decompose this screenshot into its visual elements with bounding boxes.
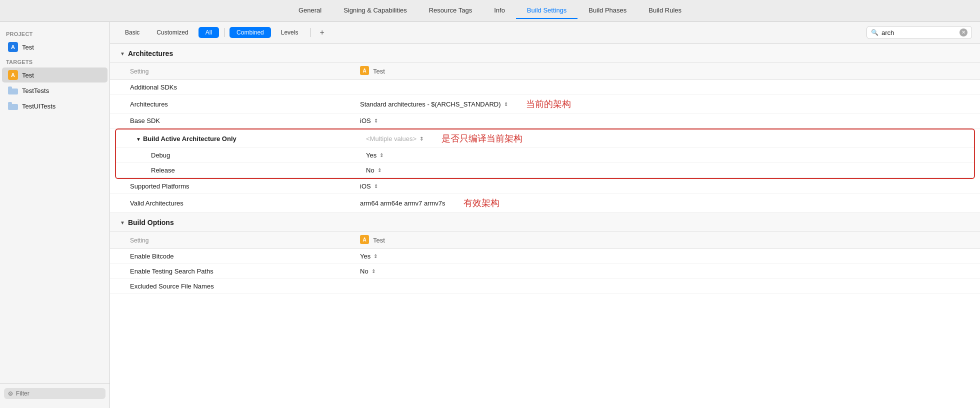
top-nav: GeneralSigning & CapabilitiesResource Ta… (0, 0, 980, 22)
col-target-label: A Test (360, 66, 970, 76)
setting-value-build-active-arch: <Multiple values>⇕ 是否只编译当前架构 (366, 132, 964, 144)
sidebar-item-target-1[interactable]: TestTests (2, 83, 108, 98)
top-nav-item-build-rules[interactable]: Build Rules (638, 2, 692, 19)
setting-name-additional-sdks: Additional SDKs (120, 84, 360, 91)
target-label-2: TestUITests (22, 102, 56, 110)
annotation-architectures: 当前的架构 (526, 98, 571, 110)
svg-text:A: A (11, 72, 15, 78)
setting-row-excluded-source[interactable]: Excluded Source File Names (110, 279, 980, 294)
sidebar-bottom: ⊜ Filter (0, 384, 110, 403)
filter-bar[interactable]: ⊜ Filter (4, 388, 106, 399)
setting-name-excluded-source: Excluded Source File Names (120, 282, 360, 290)
search-input[interactable] (882, 29, 956, 36)
col-target-label: A Test (360, 235, 970, 246)
setting-row-supported-platforms[interactable]: Supported Platforms iOS⇕ (110, 179, 980, 194)
folder-target-icon (8, 86, 18, 96)
setting-row-enable-testing-search[interactable]: Enable Testing Search Paths No⇕ (110, 264, 980, 279)
svg-text:A: A (362, 237, 366, 242)
sidebar: PROJECT A Test TARGETS A Test TestTests … (0, 22, 110, 408)
xcode-target-icon: A (8, 70, 18, 80)
parent-triangle[interactable]: ▼ (136, 136, 141, 142)
customized-button[interactable]: Customized (150, 27, 195, 38)
section-title: Build Options (128, 218, 174, 226)
combined-button[interactable]: Combined (230, 27, 271, 38)
targets-container: A Test TestTests TestUITests (0, 67, 110, 114)
setting-row-release[interactable]: Release No⇕ (116, 163, 974, 178)
setting-value-text: arm64 arm64e armv7 armv7s (360, 200, 446, 207)
clear-search-button[interactable]: ✕ (960, 28, 968, 36)
section-triangle[interactable]: ▼ (120, 51, 125, 56)
target-name-header: Test (373, 68, 385, 75)
setting-row-build-active-arch[interactable]: ▼Build Active Architecture Only <Multipl… (116, 130, 974, 148)
setting-value-debug: Yes⇕ (366, 152, 964, 159)
sidebar-item-target-2[interactable]: TestUITests (2, 98, 108, 114)
setting-value-enable-bitcode: Yes⇕ (360, 252, 970, 260)
setting-value-text: iOS (360, 182, 371, 190)
setting-name-enable-bitcode: Enable Bitcode (120, 252, 360, 260)
setting-name-base-sdk: Base SDK (120, 117, 360, 124)
top-nav-item-info[interactable]: Info (483, 2, 516, 19)
top-nav-item-build-phases[interactable]: Build Phases (578, 2, 638, 19)
stepper-icon[interactable]: ⇕ (504, 102, 508, 107)
stepper-icon[interactable]: ⇕ (374, 254, 378, 259)
setting-value-enable-testing-search: No⇕ (360, 268, 970, 275)
setting-value-text: iOS (360, 117, 371, 124)
top-nav-item-resource-tags[interactable]: Resource Tags (418, 2, 483, 19)
stepper-icon[interactable]: ⇕ (420, 136, 424, 142)
stepper-icon[interactable]: ⇕ (374, 184, 378, 189)
search-box[interactable]: 🔍 ✕ (866, 26, 972, 39)
setting-name-debug: Debug (126, 152, 366, 159)
setting-value-text: Standard architectures - $(ARCHS_STANDAR… (360, 100, 501, 108)
setting-value-valid-architectures: arm64 arm64e armv7 armv7s 有效架构 (360, 197, 970, 209)
setting-row-valid-architectures[interactable]: Valid Architectures arm64 arm64e armv7 a… (110, 194, 980, 212)
stepper-icon[interactable]: ⇕ (380, 152, 384, 158)
stepper-icon[interactable]: ⇕ (372, 268, 376, 274)
setting-name-supported-platforms: Supported Platforms (120, 182, 360, 190)
setting-row-debug[interactable]: Debug Yes⇕ (116, 148, 974, 163)
setting-name-enable-testing-search: Enable Testing Search Paths (120, 268, 360, 275)
setting-row-enable-bitcode[interactable]: Enable Bitcode Yes⇕ (110, 249, 980, 264)
all-button[interactable]: All (198, 27, 219, 38)
setting-name-architectures: Architectures (120, 100, 360, 108)
setting-row-additional-sdks[interactable]: Additional SDKs (110, 80, 980, 95)
target-icon-header: A (360, 66, 369, 76)
toolbar-separator-1 (224, 28, 224, 37)
annotation-valid-architectures: 有效架构 (464, 197, 500, 209)
stepper-icon[interactable]: ⇕ (374, 118, 378, 124)
setting-name-release: Release (126, 166, 366, 174)
multiple-values: <Multiple values> (366, 135, 416, 142)
levels-button[interactable]: Levels (274, 27, 306, 38)
section-title: Architectures (128, 50, 173, 58)
filter-label: Filter (16, 390, 30, 397)
setting-value-text: Yes (366, 152, 376, 159)
setting-row-architectures[interactable]: Architectures Standard architectures - $… (110, 95, 980, 114)
target-header-row-architectures: Setting A Test (110, 63, 980, 80)
setting-value-text: No (360, 268, 368, 275)
setting-name-build-active-arch: ▼Build Active Architecture Only (126, 135, 366, 142)
setting-value-base-sdk: iOS⇕ (360, 117, 970, 124)
content-area: Basic Customized All Combined Levels + 🔍… (110, 22, 980, 408)
search-icon: 🔍 (871, 29, 878, 36)
add-button[interactable]: + (316, 27, 328, 38)
section-triangle[interactable]: ▼ (120, 220, 125, 226)
top-nav-item-signing[interactable]: Signing & Capabilities (332, 2, 418, 19)
sidebar-item-target-0[interactable]: A Test (2, 68, 108, 82)
col-setting-label: Setting (120, 237, 360, 244)
setting-row-base-sdk[interactable]: Base SDK iOS⇕ (110, 114, 980, 128)
xcode-project-icon: A (8, 42, 18, 52)
sidebar-item-project-test[interactable]: A Test (2, 40, 108, 54)
top-nav-item-build-settings[interactable]: Build Settings (516, 2, 578, 19)
setting-value-release: No⇕ (366, 166, 964, 174)
basic-button[interactable]: Basic (118, 27, 146, 38)
stepper-icon[interactable]: ⇕ (378, 168, 382, 173)
col-setting-label: Setting (120, 68, 360, 75)
target-header-row-build-options: Setting A Test (110, 232, 980, 249)
filter-icon: ⊜ (8, 390, 13, 397)
top-nav-item-general[interactable]: General (288, 2, 332, 19)
highlighted-group-architectures: ▼Build Active Architecture Only <Multipl… (115, 128, 975, 179)
annotation-build-active-arch: 是否只编译当前架构 (442, 132, 522, 144)
target-name-header: Test (373, 236, 385, 244)
section-header-build-options: ▼Build Options (110, 212, 980, 232)
svg-text:A: A (11, 44, 15, 50)
svg-text:A: A (362, 68, 366, 74)
